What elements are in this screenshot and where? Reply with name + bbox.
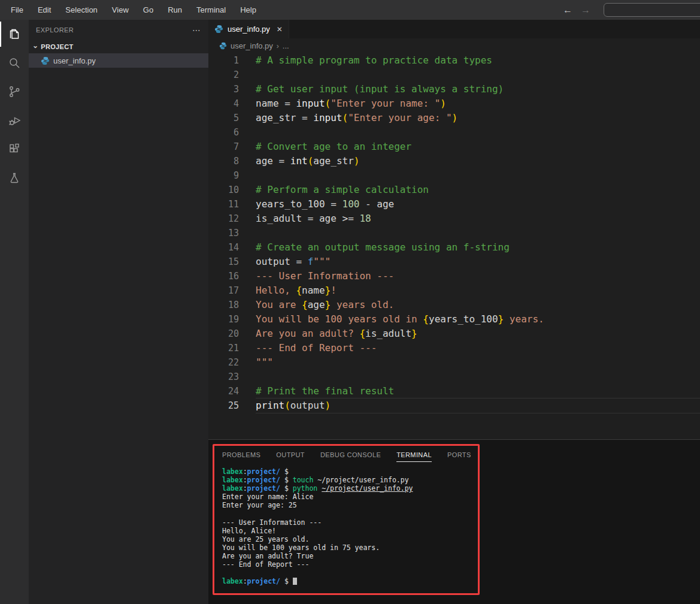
code-line-content: You are {age} years old. [256,298,700,312]
terminal-line [222,509,478,518]
menu-item-help[interactable]: Help [233,5,263,14]
menu-item-run[interactable]: Run [160,5,189,14]
code-line[interactable]: 11years_to_100 = 100 - age [208,197,700,212]
code-line[interactable]: 14# Create an output message using an f-… [208,240,700,255]
terminal-token: --- End of Report --- [222,560,309,569]
bottom-panel: PROBLEMSOUTPUTDEBUG CONSOLETERMINALPORTS… [208,439,700,604]
code-line[interactable]: 1# A simple program to practice data typ… [208,53,700,68]
line-number: 18 [208,298,239,312]
history-nav: ← → [563,0,590,20]
code-line-content: # Perform a simple calculation [256,183,700,197]
code-line[interactable]: 17Hello, {name}! [208,283,700,298]
code-line[interactable]: 4name = input("Enter your name: ") [208,96,700,111]
code-token: 100 [343,198,360,210]
code-line[interactable]: 3# Get user input (input is always a str… [208,82,700,96]
more-actions-icon[interactable]: ⋯ [192,25,201,35]
code-token: } [325,285,331,296]
explorer-title: EXPLORER [36,26,192,34]
panel-tab-problems[interactable]: PROBLEMS [222,451,260,462]
tab-user-info[interactable]: user_info.py ✕ [208,20,289,38]
terminal-token: touch [293,476,314,484]
code-editor[interactable]: 1# A simple program to practice data typ… [208,53,700,439]
breadcrumb-more[interactable]: ... [283,41,289,50]
chevron-down-icon: ⌄ [32,41,38,50]
code-line[interactable]: 19You will be 100 years old in {years_to… [208,312,700,327]
code-line[interactable]: 10# Perform a simple calculation [208,183,700,197]
terminal-token: project/ [247,476,280,484]
terminal-token: labex [222,476,243,484]
code-token: int [290,155,308,167]
code-line[interactable]: 23 [208,370,700,384]
menu-item-selection[interactable]: Selection [58,5,104,14]
code-line[interactable]: 2 [208,68,700,82]
code-line-content: # Get user input (input is always a stri… [256,82,700,96]
panel-tab-terminal[interactable]: TERMINAL [396,451,432,462]
code-line[interactable]: 8age = int(age_str) [208,154,700,168]
menu-item-go[interactable]: Go [136,5,160,14]
code-line[interactable]: 7# Convert age to an integer [208,140,700,154]
explorer-icon[interactable] [0,20,29,49]
code-line-content: # A simple program to practice data type… [256,53,700,68]
breadcrumb-file[interactable]: user_info.py [231,41,273,50]
panel-tab-debug-console[interactable]: DEBUG CONSOLE [320,451,381,462]
code-line[interactable]: 21--- End of Report --- [208,341,700,355]
code-line[interactable]: 5age_str = input("Enter your age: ") [208,111,700,125]
menu-item-edit[interactable]: Edit [31,5,58,14]
menu-item-view[interactable]: View [105,5,136,14]
code-line[interactable]: 16--- User Information --- [208,269,700,283]
code-token: { [359,328,365,339]
run-and-debug-icon[interactable] [0,106,29,135]
code-line-content: --- User Information --- [256,269,700,283]
close-icon[interactable]: ✕ [277,25,283,34]
terminal[interactable]: labex:project/ $ labex:project/ $ touch … [214,462,478,585]
testing-icon[interactable] [0,164,29,192]
code-line[interactable]: 18You are {age} years old. [208,298,700,312]
code-line-content: output = f""" [256,255,700,269]
code-line[interactable]: 15output = f""" [208,255,700,269]
terminal-file-link[interactable]: ~/project/user_info.py [322,484,413,493]
line-number: 7 [208,140,239,154]
line-number: 15 [208,255,239,269]
code-line[interactable]: 24# Print the final result [208,384,700,398]
terminal-token: : [243,467,247,476]
menu-item-file[interactable]: File [4,5,31,14]
code-line-content: Are you an adult? {is_adult} [256,327,700,341]
line-number: 17 [208,283,239,298]
code-token: age_str [313,155,353,167]
project-folder-row[interactable]: ⌄ PROJECT [29,40,208,53]
terminal-token: $ [280,476,293,484]
terminal-token: : [243,476,247,484]
terminal-token: ~/project/user_info.py [313,476,408,484]
code-line-content: name = input("Enter your name: ") [256,96,700,111]
code-token: } [325,299,331,310]
back-icon[interactable]: ← [563,5,572,16]
code-line[interactable]: 6 [208,125,700,140]
code-token: # Create an output message using an f-st… [256,241,510,253]
code-line[interactable]: 22""" [208,355,700,370]
search-icon[interactable] [0,49,29,77]
code-line[interactable]: 20Are you an adult? {is_adult} [208,327,700,341]
code-token: } [498,313,504,325]
menu-item-terminal[interactable]: Terminal [189,5,233,14]
terminal-line [222,569,478,577]
source-control-icon[interactable] [0,77,29,106]
code-token: # Convert age to an integer [256,141,411,152]
code-token: You will be 100 years old in [256,313,423,325]
line-number: 25 [208,398,239,413]
code-token: { [302,299,308,310]
activity-bar [0,20,29,604]
command-center-search-input[interactable] [604,3,700,17]
panel-tab-output[interactable]: OUTPUT [276,451,305,462]
code-token: # A simple program to practice data type… [256,55,492,66]
code-line[interactable]: 12is_adult = age >= 18 [208,212,700,226]
file-item-user-info[interactable]: user_info.py [29,53,208,68]
terminal-token: You are 25 years old. [222,535,309,543]
code-token: "Enter your age: " [348,112,451,123]
code-line[interactable]: 13 [208,226,700,240]
code-line-content: is_adult = age >= 18 [256,212,700,226]
forward-icon[interactable]: → [581,5,590,16]
code-line[interactable]: 9 [208,168,700,183]
extensions-icon[interactable] [0,135,29,164]
panel-tab-ports[interactable]: PORTS [447,451,471,462]
code-line[interactable]: 25print(output) [208,398,700,413]
